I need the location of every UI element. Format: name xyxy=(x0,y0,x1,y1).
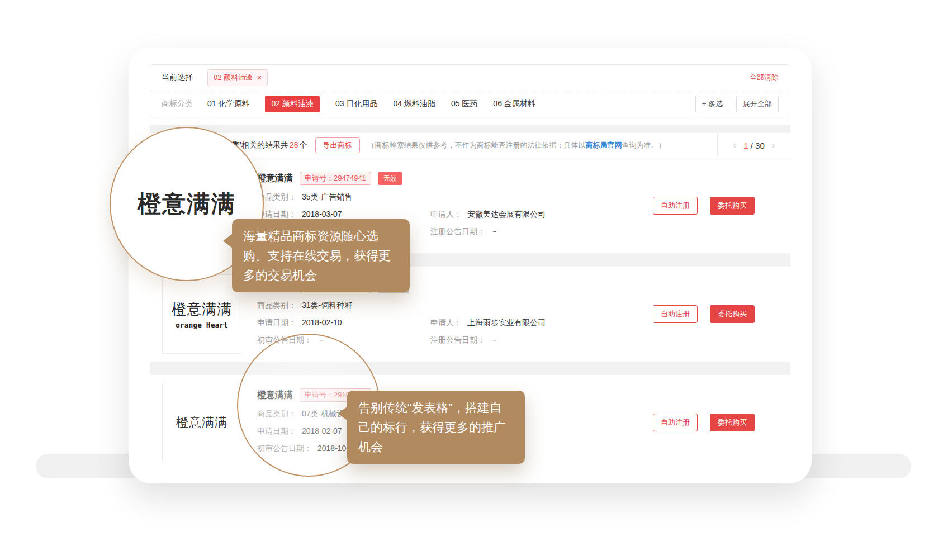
category-item-02-active[interactable]: 02 颜料油漆 xyxy=(265,96,319,112)
thumbnail-text-en: orange Heart xyxy=(176,321,228,329)
tooltip-marketplace: 海量精品商标资源随心选购。支持在线交易，获得更多的交易机会 xyxy=(232,219,410,292)
trademark-name[interactable]: 橙意满满 xyxy=(257,173,293,184)
category-item-03[interactable]: 03 日化用品 xyxy=(335,99,377,109)
category-item-06[interactable]: 06 金属材料 xyxy=(493,99,535,109)
results-count: 28 xyxy=(290,140,298,149)
page-next-icon[interactable]: › xyxy=(772,140,775,151)
category-item-05[interactable]: 05 医药 xyxy=(451,99,477,109)
thumbnail-text-zh: 橙意满满 xyxy=(176,414,227,431)
entrust-purchase-button[interactable]: 委托购买 xyxy=(710,305,755,323)
apply-date-value: 2018-03-07 xyxy=(302,210,342,219)
category-value: 31类-饲料种籽 xyxy=(302,301,352,310)
page-total: 30 xyxy=(755,141,765,150)
reg-publication-label: 注册公告日期： xyxy=(430,335,485,344)
entrust-purchase-button[interactable]: 委托购买 xyxy=(710,197,755,215)
trademark-thumbnail-2[interactable]: 橙意满满 orange Heart xyxy=(162,274,241,354)
results-disclaimer: （商标检索结果仅供参考，不作为商标能否注册的法律依据；具体以商标局官网查询为准。… xyxy=(368,140,666,150)
category-label: 商品类别： xyxy=(257,301,296,310)
category-actions: + 多选 展开全部 xyxy=(695,96,779,112)
status-badge-invalid: 无效 xyxy=(378,172,402,185)
current-selection-label: 当前选择 xyxy=(162,73,193,83)
selected-filter-tag-label: 02 颜料油漆 xyxy=(214,73,253,83)
category-value: 35类-广告销售 xyxy=(302,192,352,201)
selected-filter-tag[interactable]: 02 颜料油漆 × xyxy=(207,69,268,86)
page-indicator: 1 / 30 xyxy=(743,141,765,150)
magnifier-trademark-text: 橙意满满 xyxy=(138,188,236,220)
export-trademarks-button[interactable]: 导出商标 xyxy=(315,137,360,153)
category-items: 01 化学原料 02 颜料油漆 03 日化用品 04 燃料油脂 05 医药 06… xyxy=(207,96,535,112)
thumbnail-text-zh: 橙意满满 xyxy=(172,300,232,319)
applicant-label: 申请人： xyxy=(430,210,462,219)
expand-all-button[interactable]: 展开全部 xyxy=(736,96,779,112)
tooltip-arrow-left-icon xyxy=(223,234,233,248)
application-number-tag: 申请号：29474941 xyxy=(300,172,371,185)
applicant-value: 上海雨步实业有限公司 xyxy=(467,318,546,327)
applicant-value: 安徽美达会展有限公司 xyxy=(467,210,546,219)
category-row: 商标分类 01 化学原料 02 颜料油漆 03 日化用品 04 燃料油脂 05 … xyxy=(150,91,790,117)
self-register-button[interactable]: 自助注册 xyxy=(653,305,698,323)
page-current: 1 xyxy=(743,141,748,150)
row-actions-3: 自助注册 委托购买 xyxy=(653,414,755,431)
reg-publication-label: 注册公告日期： xyxy=(430,227,485,236)
pagination: ‹ 1 / 30 › xyxy=(717,133,790,158)
self-register-button[interactable]: 自助注册 xyxy=(653,197,698,215)
current-selection-row: 当前选择 02 颜料油漆 × 全部清除 xyxy=(150,65,790,91)
apply-date-value: 2018-02-10 xyxy=(302,318,342,327)
row-actions-1: 自助注册 委托购买 xyxy=(653,197,755,215)
filter-card: 当前选择 02 颜料油漆 × 全部清除 商标分类 01 化学原料 02 颜料油漆… xyxy=(150,64,790,117)
trademark-thumbnail-3[interactable]: 橙意满满 xyxy=(162,383,241,462)
multi-select-button[interactable]: + 多选 xyxy=(695,96,729,112)
tooltip-promotion-text: 告别传统“发表格”，搭建自己的标行，获得更多的推广机会 xyxy=(358,401,506,454)
apply-date-label: 申请日期： xyxy=(257,318,296,327)
trademark-office-link[interactable]: 商标局官网 xyxy=(586,141,622,149)
row-actions-2: 自助注册 委托购买 xyxy=(653,305,755,323)
reg-publication-value: － xyxy=(491,227,499,236)
tooltip-marketplace-text: 海量精品商标资源随心选购。支持在线交易，获得更多的交易机会 xyxy=(243,229,391,282)
category-item-01[interactable]: 01 化学原料 xyxy=(207,99,249,109)
clear-all-link[interactable]: 全部清除 xyxy=(750,73,779,83)
category-item-04[interactable]: 04 燃料油脂 xyxy=(393,99,435,109)
category-row-label: 商标分类 xyxy=(162,99,193,109)
tooltip-arrow-left-icon xyxy=(338,406,348,421)
applicant-label: 申请人： xyxy=(430,318,462,327)
self-register-button[interactable]: 自助注册 xyxy=(653,414,698,431)
reg-publication-value: － xyxy=(491,335,499,344)
page-prev-icon[interactable]: ‹ xyxy=(733,140,737,151)
tooltip-promotion: 告别传统“发表格”，搭建自己的标行，获得更多的推广机会 xyxy=(347,391,525,464)
close-icon[interactable]: × xyxy=(257,74,262,82)
entrust-purchase-button[interactable]: 委托购买 xyxy=(710,414,755,431)
